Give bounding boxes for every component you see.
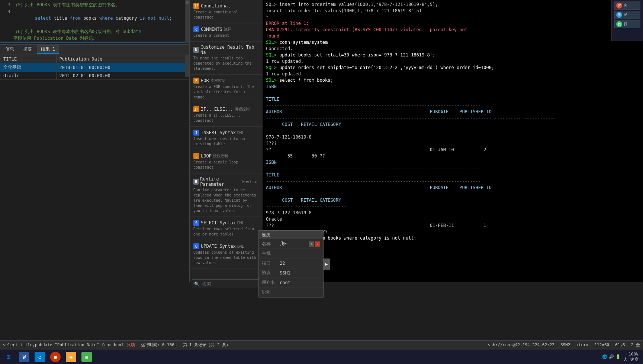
taskbar-clock[interactable]: 100% 人 速度 <box>624 352 639 362</box>
terminal-line: AUTHOR PUBDATE PUBLISHER_ID <box>266 109 640 115</box>
tray-battery-icon[interactable]: 🔋 <box>615 354 621 359</box>
terminal-line: SQL> select * from books; <box>266 77 640 84</box>
status-size: 112×60 <box>595 342 610 347</box>
terminal-line: AUTHOR PUBDATE PUBLISHER_ID <box>266 185 640 191</box>
app5-icon: ◉ <box>81 352 92 362</box>
terminal-line: ---------- ---------- -------- <box>266 128 640 134</box>
cell-title: Oracle <box>0 72 57 80</box>
editor-scrollbar[interactable] <box>185 0 189 43</box>
terminal-line: SQL> insert into orderitem values(1000,1… <box>266 1 640 8</box>
snippet-desc: Create a simple loop construct <box>193 160 258 170</box>
terminal-line: 978-7-122-18619-8 <box>266 210 640 216</box>
terminal-line: TITLE <box>266 96 640 103</box>
tab-info[interactable]: 信息 <box>1 45 18 54</box>
size-text: 112×60 <box>595 342 610 347</box>
terminal-line: Connected. <box>266 46 640 52</box>
snippet-desc: Create a conditional construct <box>193 10 258 20</box>
snippet-name: Customize Result Tab Na <box>200 45 258 55</box>
taskbar-app3[interactable]: ● <box>48 351 62 363</box>
snippet-desc: Create a IF...ELSE... construct <box>193 113 258 123</box>
windows-taskbar: ⊞ W e ● ◈ ◉ 🌐 🔊 🔋 100% 人 速度 <box>0 349 643 364</box>
code-comment: 字段使用 Publication Date 列标题。 <box>13 35 97 42</box>
connection-text: ssh://root@42.194.224.62:22 <box>488 342 554 347</box>
zoom-text: 2 全 <box>631 342 640 348</box>
snippet-select[interactable]: S SELECT Syntax DML Retrieve rows select… <box>190 217 262 240</box>
taskbar-app4[interactable]: ◈ <box>64 351 78 363</box>
start-button[interactable]: ⊞ <box>1 351 16 363</box>
windows-icon: ⊞ <box>3 352 14 362</box>
terminal-line: ??? 01-FEB-11 1 <box>266 222 640 229</box>
terminal-line: SQL> conn system/system <box>266 39 640 46</box>
terminal-line: COST RETAIL CATEGORY <box>266 197 640 204</box>
snippet-for[interactable]: F FOR 流程控制 Create a FOR construct. The v… <box>190 75 262 103</box>
avatar-circle-3: 我 <box>616 21 622 27</box>
snippet-customize[interactable]: N Customize Result Tab Na To name the re… <box>190 42 262 75</box>
sql-preview-text: select title,pubdate "Publication Date" … <box>3 342 124 347</box>
taskbar-word[interactable]: W <box>17 351 31 363</box>
search-input[interactable] <box>202 282 258 287</box>
clock-time: 100% <box>624 352 639 357</box>
terminal-line: ERROR at line 1: <box>266 20 640 27</box>
taskbar-edge[interactable]: e <box>33 351 47 363</box>
conn-edit-btn[interactable]: ✎ <box>309 241 314 247</box>
tray-network-icon[interactable]: 🌐 <box>602 354 607 359</box>
table-scrollbar[interactable] <box>185 55 189 77</box>
avatar-panel: 客 客 民 民 我 我 <box>611 0 643 41</box>
snippet-title: C COMMENTS 注释 <box>193 26 258 32</box>
snippet-loop[interactable]: L LOOP 流程控制 Create a simple loop constru… <box>190 150 262 173</box>
terminal-line: ???? <box>266 140 640 147</box>
code-editor[interactable]: 3 （5）列出 BOOKS 表中有图书类型非空的图书书名。 4 select t… <box>0 0 189 43</box>
snippet-icon: R <box>193 179 199 185</box>
snippet-comments[interactable]: C COMMENTS 注释 Create a comment <box>190 23 262 42</box>
popup-arrow-btn[interactable]: ▶ <box>323 259 330 270</box>
tab-results[interactable]: 结果 1 <box>37 45 59 54</box>
status-runtime: 运行时间: 0.166s <box>141 342 177 348</box>
snippet-badge: Navicat <box>242 180 258 184</box>
terminal-line: SQL> update orders set shipdate=to_date(… <box>266 65 640 71</box>
snippet-badge: 注释 <box>224 27 231 32</box>
status-protocol: SSH2 <box>560 342 570 347</box>
conn-action-btns: ✎ ✕ <box>309 241 320 247</box>
conn-value-port: 22 <box>280 261 320 266</box>
snippet-icon: I <box>193 130 199 136</box>
tab-summary[interactable]: 摘要 <box>19 45 36 54</box>
snippet-insert[interactable]: I INSERT Syntax DML Insert new rows into… <box>190 127 262 150</box>
snippet-icon: F <box>193 78 199 84</box>
status-terminal: xterm <box>576 342 588 347</box>
avatar-circle-1: 客 <box>616 3 622 9</box>
terminal-line: ISBN <box>266 84 640 90</box>
table-row[interactable]: 文化基础 2010-01-01 00:00:00 <box>0 63 189 72</box>
terminal-line: SQL> update books set retail=30 where is… <box>266 52 640 58</box>
app4-icon: ◈ <box>66 352 76 362</box>
code-line: select title from books where category i… <box>13 8 172 28</box>
readonly-badge: 只读 <box>127 342 135 348</box>
snippet-name: FOR <box>201 78 209 83</box>
taskbar-app5[interactable]: ◉ <box>80 351 94 363</box>
conn-close-btn[interactable]: ✕ <box>315 241 320 247</box>
tray-volume-icon[interactable]: 🔊 <box>609 354 614 359</box>
conn-row-user: 用户名 root <box>259 278 323 287</box>
status-sql-text: select title,pubdate "Publication Date" … <box>3 342 135 348</box>
snippet-badge: 流程控制 <box>235 107 250 112</box>
cell-title: 文化基础 <box>0 63 57 72</box>
terminal-line: ?? 01-JAN-10 2 <box>266 147 640 153</box>
snippet-runtime[interactable]: R Runtime Parameter Navicat Runtime para… <box>190 173 262 217</box>
snippet-conditional[interactable]: IF Conditional Create a conditional cons… <box>190 0 262 23</box>
conn-label-host: 主机 <box>262 250 280 257</box>
avatar-item-1[interactable]: 客 客 <box>614 1 640 10</box>
avatar-item-2[interactable]: 民 民 <box>614 11 640 19</box>
conn-label-port: 端口 <box>262 260 280 266</box>
terminal-line: 1 row updated. <box>266 58 640 65</box>
snippet-if-else[interactable]: IF IF...ELSE... 流程控制 Create a IF...ELSE.… <box>190 103 262 127</box>
terminal-line: ----------------------------------------… <box>266 166 640 172</box>
terminal-line: ----------------------------------------… <box>266 115 640 121</box>
snippet-update[interactable]: U UPDATE Syntax DML Updates columns of e… <box>190 240 262 269</box>
edge-icon: e <box>35 352 45 362</box>
terminal-line: 1 row updated. <box>266 71 640 77</box>
terminal-line: ----------------------------------------… <box>266 178 640 185</box>
table-row[interactable]: Oracle 2011-02-01 00:00:00 <box>0 72 189 80</box>
terminal-line: found <box>266 33 640 39</box>
conn-value-protocol: SSH1 <box>280 270 320 276</box>
col-header-title: TITLE <box>0 55 57 63</box>
avatar-item-3[interactable]: 我 我 <box>614 20 640 28</box>
